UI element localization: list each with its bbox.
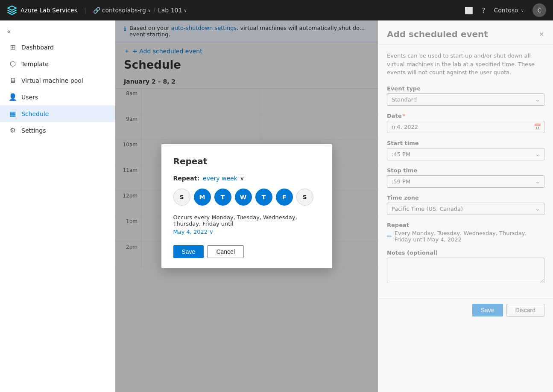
sidebar-item-template-label: Template [21, 61, 49, 67]
stop-time-select-wrapper: :59 PM [387, 175, 544, 188]
until-chevron-icon: ∨ [209, 229, 214, 235]
template-icon: ⬡ [9, 60, 17, 68]
panel-footer: Save Discard [378, 298, 553, 322]
breadcrumb-separator: / [153, 7, 155, 14]
repeat-group: Repeat ✏ Every Monday, Tuesday, Wednesda… [387, 222, 544, 243]
sidebar-item-schedule-label: Schedule [21, 110, 49, 117]
user-chevron-icon: ∨ [521, 8, 524, 13]
repeat-dropdown-chevron-icon: ∨ [240, 175, 244, 182]
user-menu[interactable]: Contoso ∨ [494, 7, 524, 14]
nav-separator-1: | [84, 7, 86, 14]
notes-label: Notes (optional) [387, 250, 544, 256]
date-group: Date* n 4, 2022 📅 [387, 113, 544, 133]
top-navigation: Azure Lab Services | 🔗 contosolabs-rg ∨ … [0, 0, 553, 20]
day-wednesday-button[interactable]: W [235, 189, 252, 206]
timezone-label: Time zone [387, 195, 544, 201]
content-area: ℹ Based on your auto-shutdown settings, … [115, 20, 378, 392]
sidebar-item-vm-pool-label: Virtual machine pool [21, 77, 83, 84]
schedule-icon: ▦ [9, 110, 17, 118]
day-thursday-button[interactable]: T [255, 189, 272, 206]
sidebar-item-users-label: Users [21, 94, 38, 101]
vm-pool-icon: 🖥 [9, 76, 17, 84]
sidebar-item-schedule[interactable]: ▦ Schedule [0, 105, 115, 122]
sidebar-item-users[interactable]: 👤 Users [0, 89, 115, 105]
day-sunday-button[interactable]: S [173, 189, 190, 206]
repeat-label: Repeat [387, 222, 544, 228]
sidebar-toggle-button[interactable]: « [0, 24, 115, 39]
sidebar-item-template[interactable]: ⬡ Template [0, 55, 115, 72]
repeat-info-row: ✏ Every Monday, Tuesday, Wednesday, Thur… [387, 230, 544, 243]
chevron-down-icon: ∨ [148, 8, 151, 13]
settings-icon: ⚙ [9, 126, 17, 134]
until-date-link[interactable]: May 4, 2022 ∨ [173, 229, 320, 235]
start-time-select[interactable]: :45 PM [387, 148, 544, 160]
breadcrumb-lab[interactable]: Lab 101 ∨ [158, 7, 187, 14]
calendar-icon: 📅 [534, 123, 541, 130]
modal-cancel-button[interactable]: Cancel [207, 245, 244, 258]
repeat-prefix: Repeat: [173, 175, 200, 182]
modal-title: Repeat [173, 156, 320, 166]
modal-save-button[interactable]: Save [173, 245, 204, 258]
day-tuesday-button[interactable]: T [214, 189, 231, 206]
days-of-week-selector: S M T W T F S [173, 189, 320, 206]
notes-textarea[interactable] [387, 258, 544, 283]
repeat-modal: Repeat Repeat: every week ∨ S M T W T F … [161, 144, 332, 268]
start-time-group: Start time :45 PM [387, 140, 544, 160]
breadcrumb-icon: 🔗 [93, 7, 100, 14]
breadcrumb-lab-label: Lab 101 [158, 7, 182, 14]
date-label: Date* [387, 113, 544, 119]
panel-header: Add scheduled event ✕ [378, 20, 553, 45]
chevron-down-icon-2: ∨ [184, 8, 187, 13]
sidebar: « ⊞ Dashboard ⬡ Template 🖥 Virtual machi… [0, 20, 115, 392]
date-input-wrapper: n 4, 2022 📅 [387, 121, 544, 133]
day-monday-button[interactable]: M [194, 189, 211, 206]
users-icon: 👤 [9, 93, 17, 101]
breadcrumb-resource-group[interactable]: 🔗 contosolabs-rg ∨ [93, 7, 151, 14]
sidebar-item-settings[interactable]: ⚙ Settings [0, 122, 115, 139]
app-brand-name: Azure Lab Services [20, 7, 77, 14]
repeat-dropdown-row: Repeat: every week ∨ [173, 175, 320, 182]
day-saturday-button[interactable]: S [296, 189, 313, 206]
day-friday-button[interactable]: F [276, 189, 293, 206]
modal-actions: Save Cancel [173, 245, 320, 258]
notes-group: Notes (optional) [387, 250, 544, 285]
repeat-frequency-dropdown[interactable]: every week ∨ [203, 175, 244, 182]
topnav-right-area: ⬜ ? Contoso ∨ C [465, 3, 546, 17]
event-type-select[interactable]: Standard [387, 93, 544, 106]
breadcrumb-rg-label: contosolabs-rg [102, 7, 146, 14]
occurs-description: Occurs every Monday, Tuesday, Wednesday,… [173, 214, 320, 227]
stop-time-label: Stop time [387, 167, 544, 174]
stop-time-select[interactable]: :59 PM [387, 175, 544, 188]
required-marker: * [403, 113, 406, 119]
sidebar-item-settings-label: Settings [21, 127, 46, 134]
event-type-group: Event type Standard [387, 85, 544, 106]
dashboard-icon: ⊞ [9, 43, 17, 51]
start-time-select-wrapper: :45 PM [387, 148, 544, 160]
avatar[interactable]: C [533, 3, 546, 17]
panel-title: Add scheduled event [387, 29, 488, 39]
panel-description: Events can be used to start up and/or sh… [387, 52, 544, 77]
timezone-select-wrapper: Pacific Time (US, Canada) [387, 203, 544, 215]
sidebar-item-vm-pool[interactable]: 🖥 Virtual machine pool [0, 72, 115, 89]
panel-discard-button[interactable]: Discard [506, 304, 544, 317]
breadcrumb: 🔗 contosolabs-rg ∨ / Lab 101 ∨ [93, 7, 187, 14]
monitor-icon[interactable]: ⬜ [465, 6, 473, 15]
repeat-frequency-value: every week [203, 175, 237, 182]
timezone-group: Time zone Pacific Time (US, Canada) [387, 195, 544, 215]
panel-save-button[interactable]: Save [472, 304, 503, 317]
app-logo[interactable]: Azure Lab Services [7, 5, 77, 15]
repeat-edit-icon[interactable]: ✏ [387, 233, 392, 240]
user-org-label: Contoso [494, 7, 518, 14]
event-type-select-wrapper: Standard [387, 93, 544, 106]
help-icon[interactable]: ? [482, 6, 486, 15]
date-input[interactable]: n 4, 2022 [387, 121, 544, 133]
add-scheduled-event-panel: Add scheduled event ✕ Events can be used… [378, 20, 553, 392]
panel-body: Events can be used to start up and/or sh… [378, 45, 553, 298]
start-time-label: Start time [387, 140, 544, 146]
modal-overlay: Repeat Repeat: every week ∨ S M T W T F … [115, 20, 378, 392]
timezone-select[interactable]: Pacific Time (US, Canada) [387, 203, 544, 215]
stop-time-group: Stop time :59 PM [387, 167, 544, 188]
close-panel-button[interactable]: ✕ [539, 30, 544, 38]
repeat-text: Every Monday, Tuesday, Wednesday, Thursd… [395, 230, 544, 243]
sidebar-item-dashboard[interactable]: ⊞ Dashboard [0, 39, 115, 55]
